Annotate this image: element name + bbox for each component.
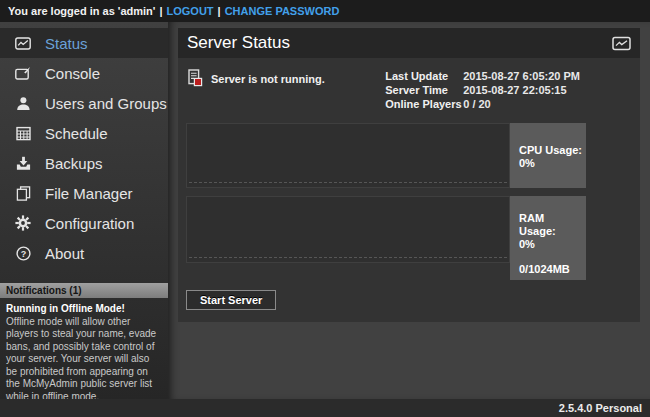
server-info-table: Last Update 2015-08-27 6:05:20 PM Server… (385, 69, 580, 111)
main-area: Server Status Server is not running. Las… (168, 22, 650, 399)
status-message: Server is not running. (211, 69, 325, 85)
footer-bar: 2.5.4.0 Personal (0, 399, 650, 417)
ram-usage-value: 0% (519, 238, 582, 251)
sidebar-item-label: Schedule (45, 125, 108, 142)
info-row-last-update: Last Update 2015-08-27 6:05:20 PM (385, 69, 580, 83)
cpu-usage-row: CPU Usage: 0% (186, 123, 640, 188)
cpu-usage-label: CPU Usage: (519, 144, 582, 157)
page-layout: Status Console Users and Groups Schedule (0, 22, 650, 399)
backups-icon (13, 156, 33, 171)
server-status-panel: Server Status Server is not running. Las… (178, 28, 640, 322)
sidebar-item-about[interactable]: ? About (0, 238, 168, 268)
logged-in-text: You are logged in as 'admin' (8, 5, 155, 17)
sidebar-item-configuration[interactable]: Configuration (0, 208, 168, 238)
page-title: Server Status (187, 33, 612, 53)
schedule-icon (13, 126, 33, 141)
sidebar-item-label: Console (45, 65, 100, 82)
server-state: Server is not running. (188, 69, 325, 111)
sidebar-item-users-and-groups[interactable]: Users and Groups (0, 88, 168, 118)
panel-header: Server Status (178, 28, 640, 58)
info-value: 2015-08-27 22:05:15 (463, 83, 566, 97)
cpu-usage-value: 0% (519, 157, 582, 170)
notification-title: Running in Offline Mode! (6, 303, 162, 316)
file-manager-icon (13, 186, 33, 201)
gear-icon (13, 215, 33, 231)
chart-baseline (189, 257, 507, 258)
ram-usage-chart (186, 196, 510, 263)
ram-usage-stats: RAM Usage: 0% 0/1024MB (510, 196, 586, 280)
separator: | (159, 5, 162, 17)
sidebar-item-status[interactable]: Status (0, 28, 168, 58)
status-graph-icon (13, 36, 33, 51)
sidebar-nav: Status Console Users and Groups Schedule (0, 22, 168, 268)
info-row-server-time: Server Time 2015-08-27 22:05:15 (385, 83, 580, 97)
info-row-online-players: Online Players 0 / 20 (385, 97, 580, 111)
sidebar-item-label: Configuration (45, 215, 134, 232)
info-value: 0 / 20 (463, 97, 491, 111)
info-label: Online Players (385, 97, 463, 111)
version-text: 2.5.4.0 Personal (559, 402, 642, 414)
sidebar-item-file-manager[interactable]: File Manager (0, 178, 168, 208)
cpu-usage-chart (186, 123, 510, 188)
info-label: Server Time (385, 83, 463, 97)
sidebar-item-console[interactable]: Console (0, 58, 168, 88)
sidebar-item-label: Status (45, 35, 88, 52)
status-section: Server is not running. Last Update 2015-… (178, 58, 640, 115)
server-stopped-icon (188, 69, 203, 87)
start-server-button[interactable]: Start Server (186, 290, 276, 310)
info-value: 2015-08-27 6:05:20 PM (463, 69, 580, 83)
ram-usage-detail: 0/1024MB (519, 263, 582, 276)
separator: | (218, 5, 221, 17)
top-bar: You are logged in as 'admin'|LOGOUT|CHAN… (0, 0, 650, 22)
users-icon (13, 96, 33, 111)
performance-graph-icon[interactable] (612, 36, 631, 51)
notification-text: Offline mode will allow other players to… (6, 316, 162, 400)
sidebar-item-label: Backups (45, 155, 103, 172)
ram-usage-row: RAM Usage: 0% 0/1024MB (186, 196, 640, 280)
actions-row: Start Server (178, 280, 640, 312)
ram-usage-label: RAM Usage: (519, 212, 582, 238)
notification-item: Running in Offline Mode! Offline mode wi… (0, 298, 168, 399)
info-label: Last Update (385, 69, 463, 83)
chart-baseline (189, 182, 507, 183)
change-password-link[interactable]: CHANGE PASSWORD (225, 5, 340, 17)
about-icon: ? (13, 246, 33, 261)
sidebar: Status Console Users and Groups Schedule (0, 22, 168, 399)
logout-link[interactable]: LOGOUT (167, 5, 214, 17)
notifications-header: Notifications (1) (0, 283, 168, 298)
sidebar-item-label: File Manager (45, 185, 133, 202)
svg-text:?: ? (20, 248, 26, 258)
console-icon (13, 66, 33, 81)
cpu-usage-stats: CPU Usage: 0% (510, 123, 586, 188)
sidebar-item-backups[interactable]: Backups (0, 148, 168, 178)
sidebar-item-label: Users and Groups (45, 95, 167, 112)
sidebar-item-label: About (45, 245, 84, 262)
sidebar-item-schedule[interactable]: Schedule (0, 118, 168, 148)
